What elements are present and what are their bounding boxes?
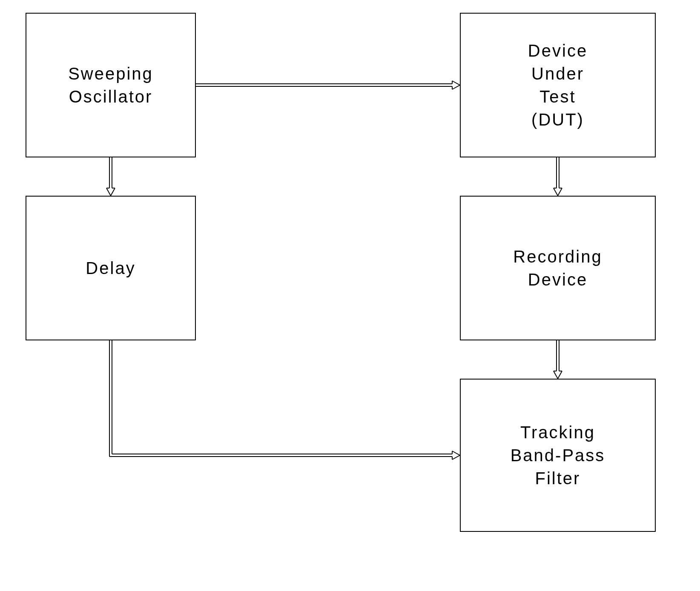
- block-delay: Delay: [26, 196, 196, 340]
- block-label: Device Under Test (DUT): [528, 39, 588, 131]
- arrowhead-icon: [554, 188, 562, 196]
- block-label: Sweeping Oscillator: [68, 62, 153, 108]
- arrowhead-icon: [106, 188, 115, 196]
- block-recording-device: Recording Device: [460, 196, 656, 340]
- block-label: Delay: [86, 257, 135, 280]
- block-label: Tracking Band-Pass Filter: [511, 421, 605, 490]
- block-dut: Device Under Test (DUT): [460, 13, 656, 157]
- diagram-canvas: Sweeping Oscillator Device Under Test (D…: [0, 0, 700, 591]
- block-sweeping-oscillator: Sweeping Oscillator: [26, 13, 196, 157]
- arrowhead-icon: [554, 371, 562, 379]
- block-label: Recording Device: [513, 245, 602, 291]
- arrowhead-icon: [452, 81, 460, 89]
- block-tracking-filter: Tracking Band-Pass Filter: [460, 379, 656, 532]
- arrowhead-icon: [452, 451, 460, 460]
